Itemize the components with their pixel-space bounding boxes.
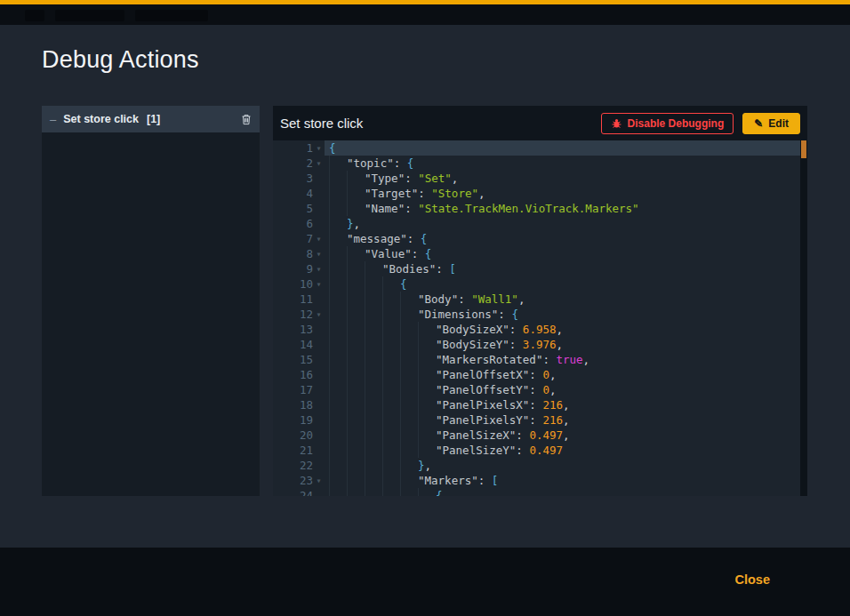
background-artifact <box>135 10 208 21</box>
close-button[interactable]: Close <box>730 572 776 588</box>
fold-arrow-placeholder <box>313 412 325 428</box>
line-number[interactable]: 5 <box>273 201 325 216</box>
code-line[interactable]: 20"PanelSizeX": 0.497, <box>273 428 800 443</box>
code-line[interactable]: 8▾"Value": { <box>273 246 800 261</box>
json-editor-lines: 1▾{2▾"topic": {3"Type": "Set",4"Target":… <box>273 140 800 496</box>
line-number[interactable]: 23▾ <box>273 473 325 488</box>
line-number[interactable]: 3 <box>273 171 325 186</box>
line-number[interactable]: 17 <box>273 382 325 397</box>
fold-arrow-icon[interactable]: ▾ <box>313 246 325 261</box>
code-line[interactable]: 21"PanelSizeY": 0.497 <box>273 443 800 458</box>
action-detail-header: Set store click Disable Debugging ✎ Edit <box>273 106 807 140</box>
fold-arrow-placeholder <box>313 352 325 367</box>
line-number[interactable]: 9▾ <box>273 261 325 276</box>
code-line[interactable]: 11"Body": "Wall1", <box>273 292 800 307</box>
line-number[interactable]: 7▾ <box>273 231 325 246</box>
fold-arrow-icon[interactable]: ▾ <box>313 261 325 276</box>
code-line[interactable]: 2▾"topic": { <box>273 156 800 171</box>
background-artifact <box>55 10 124 21</box>
line-number[interactable]: 2▾ <box>273 156 325 171</box>
code-line[interactable]: 1▾{ <box>273 140 800 156</box>
code-line[interactable]: 6}, <box>273 216 800 231</box>
editor-scrollbar[interactable] <box>800 140 807 496</box>
action-detail-panel: Set store click Disable Debugging ✎ Edit… <box>273 106 807 496</box>
fold-arrow-placeholder <box>313 337 325 352</box>
action-title: Set store click <box>280 116 363 131</box>
fold-arrow-icon[interactable]: ▾ <box>313 231 325 246</box>
fold-arrow-placeholder <box>313 367 325 382</box>
delete-action-button[interactable] <box>241 114 252 125</box>
action-list-panel: – Set store click [1] <box>42 106 260 496</box>
fold-arrow-icon[interactable]: ▾ <box>313 156 325 171</box>
action-item-count: [1] <box>147 113 160 125</box>
edit-button[interactable]: ✎ Edit <box>742 113 800 134</box>
line-number[interactable]: 24 <box>273 488 325 496</box>
fold-arrow-placeholder <box>313 428 325 443</box>
fold-arrow-icon[interactable]: ▾ <box>313 140 325 156</box>
line-number[interactable]: 19 <box>273 412 325 428</box>
fold-arrow-placeholder <box>313 443 325 458</box>
collapse-handle-icon: – <box>50 113 56 126</box>
line-number[interactable]: 16 <box>273 367 325 382</box>
code-line[interactable]: 9▾"Bodies": [ <box>273 261 800 276</box>
code-line[interactable]: 16"PanelOffsetX": 0, <box>273 367 800 382</box>
code-line[interactable]: 14"BodySizeY": 3.976, <box>273 337 800 352</box>
dialog-footer: Close <box>0 548 850 616</box>
fold-arrow-placeholder <box>313 216 325 231</box>
json-editor[interactable]: 1▾{2▾"topic": {3"Type": "Set",4"Target":… <box>273 140 807 496</box>
code-line[interactable]: 4"Target": "Store", <box>273 186 800 201</box>
fold-arrow-placeholder <box>313 201 325 216</box>
code-line[interactable]: 7▾"message": { <box>273 231 800 246</box>
code-line[interactable]: 18"PanelPixelsX": 216, <box>273 397 800 412</box>
page-title: Debug Actions <box>42 46 199 74</box>
fold-arrow-placeholder <box>313 186 325 201</box>
line-number[interactable]: 22 <box>273 458 325 473</box>
code-line[interactable]: 17"PanelOffsetY": 0, <box>273 382 800 397</box>
background-artifact <box>25 10 44 21</box>
fold-arrow-placeholder <box>313 382 325 397</box>
top-window-bar <box>0 0 850 25</box>
line-number[interactable]: 20 <box>273 428 325 443</box>
code-line[interactable]: 13"BodySizeX": 6.958, <box>273 322 800 337</box>
disable-debugging-button[interactable]: Disable Debugging <box>601 113 734 134</box>
line-number[interactable]: 15 <box>273 352 325 367</box>
code-line[interactable]: 24{ <box>273 488 800 496</box>
fold-arrow-placeholder <box>313 397 325 412</box>
pencil-icon: ✎ <box>754 118 763 129</box>
fold-arrow-placeholder <box>313 322 325 337</box>
line-number[interactable]: 21 <box>273 443 325 458</box>
fold-arrow-placeholder <box>313 171 325 186</box>
disable-debugging-label: Disable Debugging <box>628 117 725 130</box>
line-number[interactable]: 8▾ <box>273 246 325 261</box>
fold-arrow-icon[interactable]: ▾ <box>313 473 325 488</box>
code-line[interactable]: 12▾"Dimensions": { <box>273 307 800 322</box>
fold-arrow-icon[interactable]: ▾ <box>313 276 325 292</box>
fold-arrow-placeholder <box>313 488 325 496</box>
code-line[interactable]: 15"MarkersRotated": true, <box>273 352 800 367</box>
line-number[interactable]: 6 <box>273 216 325 231</box>
code-line[interactable]: 19"PanelPixelsY": 216, <box>273 412 800 428</box>
code-line[interactable]: 10▾{ <box>273 276 800 292</box>
line-number[interactable]: 12▾ <box>273 307 325 322</box>
line-number[interactable]: 4 <box>273 186 325 201</box>
line-number[interactable]: 14 <box>273 337 325 352</box>
code-line[interactable]: 22}, <box>273 458 800 473</box>
line-number[interactable]: 13 <box>273 322 325 337</box>
code-line[interactable]: 5"Name": "State.TrackMen.VioTrack.Marker… <box>273 201 800 216</box>
trash-icon <box>241 114 252 125</box>
scrollbar-thumb[interactable] <box>801 140 806 158</box>
line-number[interactable]: 1▾ <box>273 140 325 156</box>
code-line[interactable]: 3"Type": "Set", <box>273 171 800 186</box>
fold-arrow-placeholder <box>313 292 325 307</box>
line-number[interactable]: 10▾ <box>273 276 325 292</box>
edit-label: Edit <box>768 117 789 130</box>
action-item-label: Set store click <box>63 113 139 125</box>
fold-arrow-icon[interactable]: ▾ <box>313 307 325 322</box>
action-list-item[interactable]: – Set store click [1] <box>42 106 260 132</box>
fold-arrow-placeholder <box>313 458 325 473</box>
line-number[interactable]: 11 <box>273 292 325 307</box>
line-number[interactable]: 18 <box>273 397 325 412</box>
bug-icon <box>611 118 622 129</box>
code-line[interactable]: 23▾"Markers": [ <box>273 473 800 488</box>
